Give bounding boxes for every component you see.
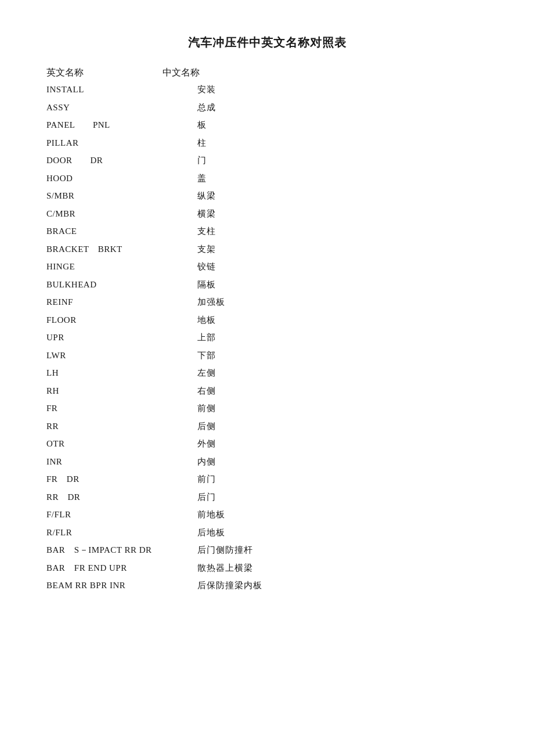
table-row: S/MBR纵梁 xyxy=(46,189,488,204)
row-cn-text: 支柱 xyxy=(197,224,216,239)
row-en-text: PILLAR xyxy=(46,136,197,151)
page-container: 汽车冲压件中英文名称对照表 英文名称 中文名称 INSTALL安装ASSY总成P… xyxy=(46,35,488,593)
row-en-text: BULKHEAD xyxy=(46,278,197,293)
row-cn-text: 门 xyxy=(197,153,207,168)
row-en-text: PANEL PNL xyxy=(46,118,197,133)
row-cn-text: 支架 xyxy=(197,242,216,257)
row-cn-text: 地板 xyxy=(197,313,216,328)
row-en-text: BRACE xyxy=(46,224,197,239)
row-cn-text: 散热器上横梁 xyxy=(197,561,253,576)
table-row: BULKHEAD隔板 xyxy=(46,278,488,293)
row-en-text: FR DR xyxy=(46,472,197,487)
header-en-label: 英文名称 xyxy=(46,67,139,79)
row-cn-text: 后门 xyxy=(197,490,216,505)
row-cn-text: 总成 xyxy=(197,100,216,116)
row-en-text: F/FLR xyxy=(46,507,197,523)
row-en-text: BAR S－IMPACT RR DR xyxy=(46,543,197,558)
table-row: LH左侧 xyxy=(46,366,488,381)
table-row: HINGE铰链 xyxy=(46,260,488,275)
row-en-text: RH xyxy=(46,384,197,399)
table-container: 英文名称 中文名称 INSTALL安装ASSY总成PANEL PNL板PILLA… xyxy=(46,67,488,593)
table-row: OTR外侧 xyxy=(46,437,488,452)
table-row: FR DR前门 xyxy=(46,472,488,487)
row-en-text: OTR xyxy=(46,437,197,452)
table-row: LWR下部 xyxy=(46,348,488,363)
table-row: BRACE支柱 xyxy=(46,224,488,239)
row-en-text: C/MBR xyxy=(46,207,197,222)
table-row: C/MBR横梁 xyxy=(46,207,488,222)
row-cn-text: 铰链 xyxy=(197,260,216,275)
row-en-text: UPR xyxy=(46,330,197,345)
table-row: F/FLR前地板 xyxy=(46,507,488,523)
row-en-text: BEAM RR BPR INR xyxy=(46,578,197,593)
row-cn-text: 下部 xyxy=(197,348,216,363)
row-cn-text: 加强板 xyxy=(197,295,225,310)
row-cn-text: 横梁 xyxy=(197,207,216,222)
table-row: BAR FR END UPR散热器上横梁 xyxy=(46,561,488,576)
row-cn-text: 安装 xyxy=(197,82,216,98)
row-en-text: HOOD xyxy=(46,171,197,186)
row-en-text: FLOOR xyxy=(46,313,197,328)
table-row: ASSY总成 xyxy=(46,100,488,116)
row-cn-text: 盖 xyxy=(197,171,207,186)
table-row: PANEL PNL板 xyxy=(46,118,488,133)
row-cn-text: 纵梁 xyxy=(197,189,216,204)
row-cn-text: 前侧 xyxy=(197,401,216,416)
row-cn-text: 左侧 xyxy=(197,366,216,381)
row-cn-text: 右侧 xyxy=(197,384,216,399)
row-en-text: DOOR DR xyxy=(46,153,197,168)
table-row: HOOD盖 xyxy=(46,171,488,186)
table-row: RR后侧 xyxy=(46,419,488,434)
row-en-text: ASSY xyxy=(46,100,197,116)
row-cn-text: 后门侧防撞杆 xyxy=(197,543,253,558)
row-cn-text: 内侧 xyxy=(197,455,216,470)
row-en-text: RR DR xyxy=(46,490,197,505)
table-row: PILLAR柱 xyxy=(46,136,488,151)
row-cn-text: 后地板 xyxy=(197,525,225,541)
row-cn-text: 上部 xyxy=(197,330,216,345)
row-en-text: LWR xyxy=(46,348,197,363)
row-cn-text: 柱 xyxy=(197,136,207,151)
row-cn-text: 后侧 xyxy=(197,419,216,434)
table-row: INR内侧 xyxy=(46,455,488,470)
table-row: DOOR DR门 xyxy=(46,153,488,168)
table-row: INSTALL安装 xyxy=(46,82,488,98)
row-cn-text: 外侧 xyxy=(197,437,216,452)
table-row: BEAM RR BPR INR后保防撞梁内板 xyxy=(46,578,488,593)
table-row: REINF加强板 xyxy=(46,295,488,310)
row-en-text: REINF xyxy=(46,295,197,310)
table-row: UPR上部 xyxy=(46,330,488,345)
row-cn-text: 板 xyxy=(197,118,207,133)
row-en-text: R/FLR xyxy=(46,525,197,541)
row-en-text: BAR FR END UPR xyxy=(46,561,197,576)
row-cn-text: 前地板 xyxy=(197,507,225,523)
row-en-text: INR xyxy=(46,455,197,470)
table-row: RR DR后门 xyxy=(46,490,488,505)
row-cn-text: 后保防撞梁内板 xyxy=(197,578,262,593)
row-en-text: FR xyxy=(46,401,197,416)
table-row: RH右侧 xyxy=(46,384,488,399)
page-title: 汽车冲压件中英文名称对照表 xyxy=(46,35,488,51)
row-en-text: BRACKET BRKT xyxy=(46,242,197,257)
row-en-text: INSTALL xyxy=(46,82,197,98)
row-en-text: RR xyxy=(46,419,197,434)
table-header: 英文名称 中文名称 xyxy=(46,67,488,79)
rows-container: INSTALL安装ASSY总成PANEL PNL板PILLAR柱DOOR DR门… xyxy=(46,82,488,593)
row-en-text: S/MBR xyxy=(46,189,197,204)
row-en-text: LH xyxy=(46,366,197,381)
row-en-text: HINGE xyxy=(46,260,197,275)
row-cn-text: 隔板 xyxy=(197,278,216,293)
table-row: BAR S－IMPACT RR DR后门侧防撞杆 xyxy=(46,543,488,558)
table-row: R/FLR后地板 xyxy=(46,525,488,541)
table-row: FLOOR地板 xyxy=(46,313,488,328)
header-cn-label: 中文名称 xyxy=(139,67,255,79)
row-cn-text: 前门 xyxy=(197,472,216,487)
table-row: FR前侧 xyxy=(46,401,488,416)
table-row: BRACKET BRKT支架 xyxy=(46,242,488,257)
